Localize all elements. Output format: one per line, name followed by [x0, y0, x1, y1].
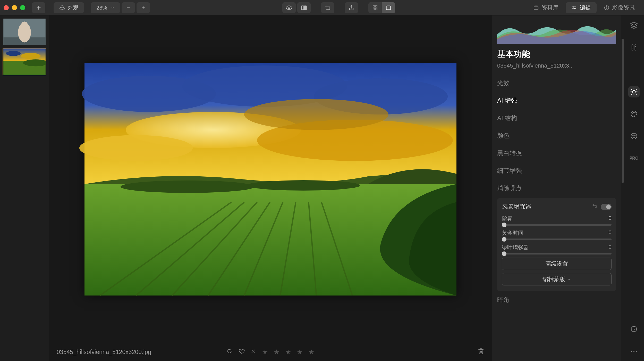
svg-marker-49	[631, 22, 637, 26]
preview-button[interactable]	[282, 2, 296, 13]
tool-ai-enhance[interactable]: AI 增强	[497, 92, 616, 109]
svg-point-65	[635, 112, 635, 113]
add-button[interactable]	[32, 2, 45, 13]
svg-point-44	[247, 180, 360, 191]
tool-rail: PRO	[624, 15, 644, 361]
scrollbar-thumb[interactable]	[622, 39, 624, 183]
svg-line-57	[631, 89, 632, 90]
svg-rect-16	[386, 6, 391, 10]
tool-detail[interactable]: 细节增强	[497, 162, 616, 179]
tab-library[interactable]: 资料库	[528, 2, 564, 13]
appearance-button[interactable]: 外观	[54, 2, 84, 13]
panel-scrollbar[interactable]	[621, 15, 624, 361]
svg-point-64	[633, 112, 634, 113]
star-5[interactable]: ★	[308, 348, 314, 356]
slider-dehaze-track[interactable]	[502, 224, 612, 226]
palette-icon	[630, 110, 638, 118]
tool-denoise[interactable]: 消除噪点	[497, 179, 616, 197]
filmstrip	[0, 15, 49, 361]
compare-button[interactable]	[297, 2, 311, 13]
histogram[interactable]	[497, 19, 616, 44]
slider-foliage-track[interactable]	[502, 253, 612, 255]
svg-rect-12	[373, 5, 375, 7]
zoom-out-button[interactable]	[122, 2, 135, 13]
rail-essentials[interactable]	[629, 87, 639, 97]
slider-golden-hour-track[interactable]	[502, 239, 612, 240]
close-window-button[interactable]	[4, 5, 9, 10]
tab-info[interactable]: 影像资讯	[598, 2, 640, 13]
rail-pro[interactable]: PRO	[629, 153, 639, 163]
star-2[interactable]: ★	[274, 348, 279, 356]
svg-rect-50	[632, 45, 633, 50]
slider-dehaze-label: 除雾	[502, 215, 513, 222]
zoom-value: 28%	[96, 5, 107, 11]
thumbnail-1[interactable]	[3, 18, 46, 45]
rail-adjust[interactable]	[629, 42, 639, 53]
svg-rect-14	[373, 8, 375, 10]
svg-point-31	[21, 53, 41, 59]
adjust-icon	[630, 44, 638, 51]
flag-button[interactable]	[227, 348, 233, 356]
svg-point-66	[631, 133, 637, 139]
rail-history[interactable]	[629, 324, 639, 334]
chevron-down-icon	[111, 6, 114, 10]
window-controls	[4, 5, 25, 10]
svg-point-43	[121, 180, 255, 193]
zoom-in-button[interactable]	[137, 2, 150, 13]
compare-icon	[301, 4, 307, 11]
tool-light[interactable]: 光效	[497, 74, 616, 92]
landscape-toggle[interactable]	[601, 204, 612, 210]
rail-layers[interactable]	[629, 20, 639, 30]
star-1[interactable]: ★	[262, 348, 268, 356]
tool-color[interactable]: 颜色	[497, 127, 616, 144]
svg-rect-51	[635, 45, 636, 50]
svg-point-30	[6, 51, 21, 56]
appearance-icon	[59, 5, 65, 11]
pro-label: PRO	[630, 156, 639, 161]
zoom-window-button[interactable]	[20, 5, 25, 10]
zoom-dropdown[interactable]: 28%	[91, 2, 120, 13]
face-icon	[630, 132, 638, 140]
star-4[interactable]: ★	[297, 348, 303, 356]
rail-creative[interactable]	[629, 109, 639, 119]
delete-button[interactable]	[478, 348, 484, 356]
tool-vignette[interactable]: 暗角	[497, 291, 616, 309]
eye-icon	[286, 4, 292, 11]
svg-point-72	[636, 351, 637, 352]
svg-point-67	[633, 135, 633, 136]
svg-point-24	[606, 6, 607, 7]
advanced-settings-button[interactable]: 高级设置	[502, 258, 612, 270]
reject-button[interactable]	[251, 348, 256, 356]
crop-button[interactable]	[321, 2, 334, 13]
svg-point-28	[21, 22, 28, 30]
landscape-enhancer-panel: 风景增强器 除雾 0	[497, 198, 616, 291]
svg-rect-13	[376, 5, 377, 7]
trash-icon	[478, 348, 484, 355]
minimize-window-button[interactable]	[12, 5, 17, 10]
canvas-area: 03545_hillsofvienna_5120x3200.jpg ★ ★ ★ …	[49, 15, 492, 361]
svg-point-63	[632, 113, 633, 114]
slider-golden-hour-value: 0	[608, 229, 612, 236]
single-icon	[386, 5, 391, 11]
rail-portrait[interactable]	[629, 131, 639, 141]
tab-edit[interactable]: 编辑	[566, 2, 597, 13]
svg-line-62	[636, 89, 637, 90]
grid-view-button[interactable]	[368, 2, 382, 13]
slider-foliage: 绿叶增强器 0	[502, 244, 612, 255]
thumbnail-2[interactable]	[3, 48, 46, 75]
favorite-button[interactable]	[239, 348, 245, 356]
star-3[interactable]: ★	[285, 348, 291, 356]
svg-point-54	[633, 91, 635, 93]
share-button[interactable]	[345, 2, 358, 13]
tool-ai-structure[interactable]: AI 结构	[497, 109, 616, 127]
rail-more[interactable]	[629, 346, 639, 356]
right-panel: 基本功能 03545_hillsofvienna_5120x3... 光效 AI…	[492, 15, 644, 361]
slider-foliage-value: 0	[608, 244, 612, 251]
edit-mask-button[interactable]: 编辑蒙版	[502, 273, 612, 285]
single-view-button[interactable]	[382, 2, 395, 13]
main-image[interactable]	[84, 63, 456, 296]
appearance-label: 外观	[67, 4, 78, 11]
svg-rect-17	[534, 6, 538, 10]
reset-button[interactable]	[592, 203, 598, 210]
tool-bw[interactable]: 黑白转换	[497, 144, 616, 162]
